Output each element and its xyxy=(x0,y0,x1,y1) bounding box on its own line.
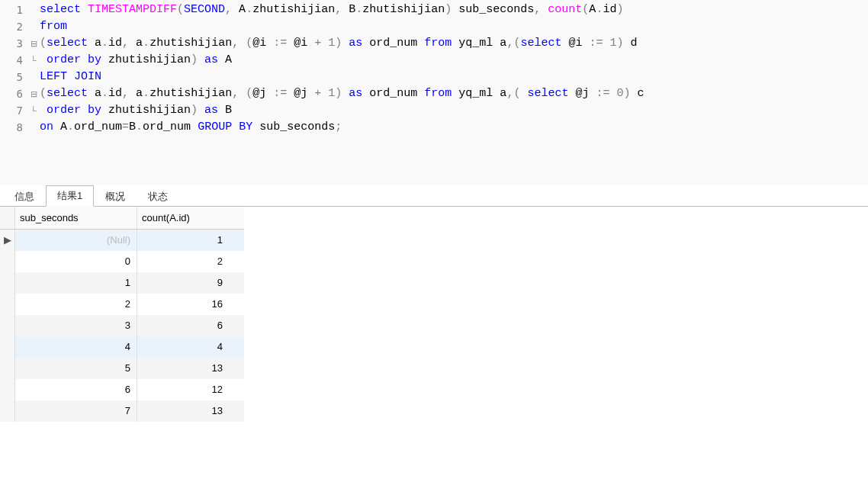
editor-line[interactable]: 6⊟(select a.id, a.zhutishijian, (@j := @… xyxy=(0,85,868,102)
table-row[interactable]: 513 xyxy=(0,358,244,379)
editor-line[interactable]: 2from xyxy=(0,18,868,35)
code-text[interactable]: order by zhutishijian) as B xyxy=(40,102,232,119)
cell[interactable]: (Null) xyxy=(15,230,137,251)
code-text[interactable]: (select a.id, a.zhutishijian, (@i := @i … xyxy=(40,35,637,52)
row-marker xyxy=(0,336,15,358)
row-marker xyxy=(0,272,15,294)
code-text[interactable]: LEFT JOIN xyxy=(40,69,101,85)
grid-header: sub_seconds count(A.id) xyxy=(0,207,244,230)
cell[interactable]: 6 xyxy=(15,379,137,400)
row-marker xyxy=(0,315,15,336)
line-number: 3 xyxy=(0,35,27,52)
tab-信息[interactable]: 信息 xyxy=(3,186,46,207)
code-text[interactable]: select TIMESTAMPDIFF(SECOND, A.zhutishij… xyxy=(40,2,623,18)
cell[interactable]: 12 xyxy=(137,379,229,400)
table-row[interactable]: 216 xyxy=(0,294,244,315)
cell[interactable]: 4 xyxy=(137,336,229,358)
table-row[interactable]: 02 xyxy=(0,251,244,272)
line-number: 7 xyxy=(0,102,27,119)
row-marker xyxy=(0,251,15,272)
editor-line[interactable]: 1select TIMESTAMPDIFF(SECOND, A.zhutishi… xyxy=(0,2,868,18)
code-text[interactable]: on A.ord_num=B.ord_num GROUP BY sub_seco… xyxy=(40,119,342,136)
row-marker xyxy=(0,379,15,400)
column-header[interactable]: sub_seconds xyxy=(15,207,137,229)
row-marker-header xyxy=(0,207,15,229)
column-header[interactable]: count(A.id) xyxy=(137,207,229,229)
cell[interactable]: 9 xyxy=(137,272,229,294)
result-tabs: 信息结果1概况状态 xyxy=(0,185,868,207)
code-text[interactable]: order by zhutishijian) as A xyxy=(40,52,232,69)
editor-line[interactable]: 7└ order by zhutishijian) as B xyxy=(0,102,868,119)
code-text[interactable]: from xyxy=(40,18,67,35)
fold-icon[interactable]: └ xyxy=(27,102,40,119)
row-marker xyxy=(0,358,15,379)
table-row[interactable]: ▶(Null)1 xyxy=(0,230,244,251)
table-row[interactable]: 19 xyxy=(0,272,244,294)
cell[interactable]: 0 xyxy=(15,251,137,272)
row-marker: ▶ xyxy=(0,230,15,251)
code-text[interactable]: (select a.id, a.zhutishijian, (@j := @j … xyxy=(40,85,645,102)
result-grid[interactable]: sub_seconds count(A.id) ▶(Null)102192163… xyxy=(0,207,244,422)
cell[interactable]: 1 xyxy=(137,230,229,251)
tab-概况[interactable]: 概况 xyxy=(94,186,137,207)
sql-editor[interactable]: 1select TIMESTAMPDIFF(SECOND, A.zhutishi… xyxy=(0,0,868,143)
cell[interactable]: 6 xyxy=(137,315,229,336)
editor-line[interactable]: 5LEFT JOIN xyxy=(0,69,868,85)
fold-icon[interactable]: └ xyxy=(27,52,40,69)
cell[interactable]: 4 xyxy=(15,336,137,358)
editor-line[interactable]: 3⊟(select a.id, a.zhutishijian, (@i := @… xyxy=(0,35,868,52)
fold-icon[interactable]: ⊟ xyxy=(27,85,40,102)
cell[interactable]: 3 xyxy=(15,315,137,336)
editor-line[interactable]: 8on A.ord_num=B.ord_num GROUP BY sub_sec… xyxy=(0,119,868,136)
tab-状态[interactable]: 状态 xyxy=(137,186,179,207)
table-row[interactable]: 612 xyxy=(0,379,244,400)
cell[interactable]: 13 xyxy=(137,358,229,379)
table-row[interactable]: 44 xyxy=(0,336,244,358)
line-number: 1 xyxy=(0,2,27,18)
cell[interactable]: 5 xyxy=(15,358,137,379)
fold-icon[interactable]: ⊟ xyxy=(27,35,40,52)
row-marker xyxy=(0,400,15,422)
editor-spacer xyxy=(0,143,868,185)
cell[interactable]: 2 xyxy=(15,294,137,315)
line-number: 8 xyxy=(0,119,27,136)
editor-line[interactable]: 4└ order by zhutishijian) as A xyxy=(0,52,868,69)
cell[interactable]: 16 xyxy=(137,294,229,315)
table-row[interactable]: 713 xyxy=(0,400,244,422)
table-row[interactable]: 36 xyxy=(0,315,244,336)
cell[interactable]: 2 xyxy=(137,251,229,272)
line-number: 4 xyxy=(0,52,27,69)
line-number: 5 xyxy=(0,69,27,85)
line-number: 6 xyxy=(0,85,27,102)
cell[interactable]: 1 xyxy=(15,272,137,294)
row-marker xyxy=(0,294,15,315)
tab-结果1[interactable]: 结果1 xyxy=(46,185,94,207)
cell[interactable]: 13 xyxy=(137,400,229,422)
line-number: 2 xyxy=(0,18,27,35)
cell[interactable]: 7 xyxy=(15,400,137,422)
